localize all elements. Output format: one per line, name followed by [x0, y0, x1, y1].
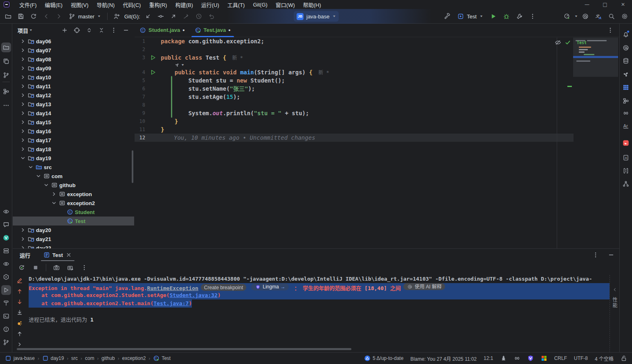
code-line-1[interactable]: 1package com.github.exception2;	[135, 37, 619, 45]
no-problems-check-icon[interactable]	[565, 39, 571, 46]
menu-item[interactable]: 导航(N)	[92, 1, 119, 9]
rightbar-notifications-bell[interactable]	[621, 29, 631, 39]
pine-plugin-icon[interactable]	[500, 355, 507, 362]
encoding-widget[interactable]: UTF-8	[574, 355, 588, 361]
leftbar-vcs-branch[interactable]	[1, 337, 11, 347]
tree-item-day18[interactable]: day18	[13, 145, 134, 154]
add-button[interactable]	[59, 25, 70, 36]
menu-item[interactable]: 运行(U)	[197, 1, 223, 9]
leftbar-terminal[interactable]	[1, 311, 11, 321]
tree-item-day21[interactable]: day21	[13, 234, 134, 243]
next-trace-icon[interactable]	[16, 299, 23, 305]
console-scrollbar[interactable]	[17, 348, 351, 350]
git-cherry-pick-button[interactable]	[180, 11, 192, 22]
tree-item-day17[interactable]: day17	[13, 136, 134, 145]
rightbar-dependencies[interactable]	[621, 108, 631, 118]
tree-item-day11[interactable]: day11	[13, 82, 134, 91]
performance-side-tab[interactable]: 性能	[611, 297, 618, 308]
history-button[interactable]	[193, 11, 205, 22]
screenshot-button[interactable]	[51, 262, 62, 273]
rollback-button[interactable]	[206, 11, 217, 22]
rightbar-ai-assistant[interactable]	[621, 43, 631, 53]
search-everywhere-button[interactable]	[606, 11, 617, 22]
rightbar-device-grid[interactable]	[621, 83, 631, 92]
run-console[interactable]: D:\develop\java\jdk-17\bin\java.exe -Dvi…	[29, 275, 610, 324]
coverage-button[interactable]	[514, 11, 525, 22]
rerun-button[interactable]	[16, 262, 27, 273]
annotate-user-button[interactable]	[111, 11, 122, 22]
tree-item-Student[interactable]: CStudent	[13, 208, 134, 217]
menu-item[interactable]: 编辑(E)	[41, 1, 67, 9]
code-line-5[interactable]: 5 Student stu = new Student();	[135, 76, 619, 85]
editor-tab-Test.java[interactable]: CTest.java•	[190, 24, 236, 37]
project-selector[interactable]: JB java-base ▼	[294, 11, 339, 22]
run-tab[interactable]: Test	[40, 249, 75, 261]
git-commit-button[interactable]	[155, 11, 166, 22]
rightbar-red-plugin[interactable]	[621, 138, 631, 148]
close-icon[interactable]	[65, 252, 72, 258]
code-line-6[interactable]: 6 stu.setName("张三");	[135, 85, 619, 93]
leftbar-code-glance-eye[interactable]	[1, 207, 11, 217]
rightbar-translation-dict[interactable]: A	[621, 153, 631, 163]
tree-item-src[interactable]: src	[13, 163, 134, 172]
expand-all-button[interactable]	[83, 25, 95, 36]
tree-item-day06[interactable]: day06	[13, 37, 134, 46]
leftbar-run-play[interactable]	[1, 285, 11, 295]
leftbar-run-hexagon[interactable]	[1, 272, 11, 282]
window-minimize-button[interactable]: —	[578, 0, 596, 9]
rightbar-doc-brackets[interactable]	[621, 166, 631, 176]
tree-item-day16[interactable]: day16	[13, 127, 134, 136]
tree-item-day07[interactable]: day07	[13, 46, 134, 55]
screen-record-button[interactable]	[65, 262, 76, 273]
git-sync-status[interactable]: 5 Δ/up-to-date	[364, 355, 403, 362]
tree-item-day08[interactable]: day08	[13, 55, 134, 64]
expand-strip-icon[interactable]	[16, 341, 23, 348]
code-line-4[interactable]: 4 public static void main(String[] args)…	[135, 68, 619, 76]
tree-item-exception2[interactable]: exception2	[13, 199, 134, 208]
tab-list-button[interactable]	[607, 27, 614, 35]
hide-panel-button[interactable]	[120, 25, 132, 36]
ai-assistant-button[interactable]	[580, 11, 591, 22]
editor-tab-Student.java[interactable]: CStudent.java•	[135, 24, 190, 37]
soft-wrap-icon[interactable]	[16, 277, 23, 284]
leftbar-structure[interactable]	[1, 87, 11, 96]
run-configuration-selector[interactable]: Test ▼	[454, 11, 486, 22]
code-line-2[interactable]: 2	[135, 45, 619, 54]
tree-item-day22[interactable]: day22	[13, 243, 134, 248]
breadcrumb-exception2[interactable]: exception2	[122, 355, 146, 361]
profiler-button[interactable]	[561, 11, 573, 22]
rightbar-artifacts[interactable]: Ar	[621, 121, 631, 131]
leftbar-problems[interactable]	[1, 324, 11, 334]
code-line-3[interactable]: 3public class Test { 新 *	[135, 54, 619, 62]
rightbar-hierarchy[interactable]	[621, 96, 631, 106]
run-gutter-icon[interactable]	[150, 54, 156, 61]
breadcrumb-src[interactable]: src	[71, 355, 78, 361]
leftbar-user-avatar[interactable]	[1, 233, 11, 243]
tree-item-Test[interactable]: CTest	[13, 217, 134, 226]
breadcrumb-Test[interactable]: CTest	[153, 355, 171, 362]
window-maximize-button[interactable]: □	[596, 0, 614, 9]
prev-trace-icon[interactable]	[16, 288, 23, 295]
caret-position[interactable]: 12:1	[484, 355, 493, 361]
forward-button[interactable]	[53, 11, 65, 22]
menu-item[interactable]: 窗口(W)	[272, 1, 299, 9]
breadcrumb-day19[interactable]: day19	[42, 355, 64, 362]
console-options-button[interactable]	[79, 262, 90, 273]
git-push-button[interactable]	[168, 11, 179, 22]
project-scrollbar[interactable]	[132, 150, 133, 183]
blame-widget[interactable]: Blame: You 27 4月 2025 11:02	[410, 355, 477, 362]
menu-item[interactable]: 代码(C)	[119, 1, 145, 9]
scroll-to-end-icon[interactable]	[16, 309, 23, 316]
inline-ai-actions[interactable]: ▼	[135, 62, 619, 68]
more-run-actions-button[interactable]	[527, 11, 538, 22]
scroll-up-icon[interactable]	[16, 331, 23, 337]
lingma-status-icon[interactable]	[527, 355, 534, 362]
exception-class-link[interactable]: RuntimeException	[147, 285, 198, 291]
collapse-left-icon[interactable]	[612, 287, 617, 292]
hide-panel-icon[interactable]	[608, 252, 614, 258]
locate-file-button[interactable]	[71, 25, 83, 36]
tree-item-day12[interactable]: day12	[13, 91, 134, 100]
menu-item[interactable]: 文件(F)	[15, 1, 41, 9]
lock-widget[interactable]	[621, 355, 627, 362]
debug-button[interactable]	[501, 11, 512, 22]
